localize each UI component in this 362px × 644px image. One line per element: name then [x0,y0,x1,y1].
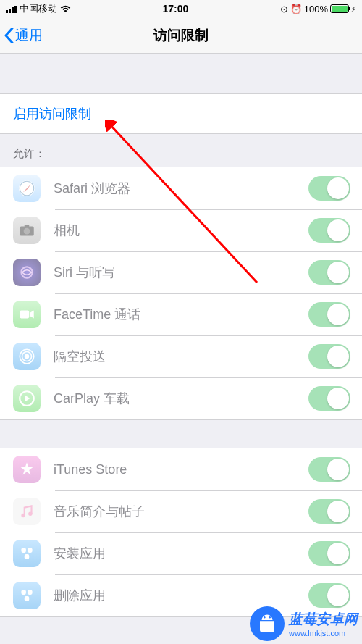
list-item-label: iTunes Store [54,462,308,477]
status-left: 中国移动 [6,2,71,15]
svg-rect-6 [25,225,30,227]
list-item-carplay: CarPlay 车载 [0,377,362,419]
switch-itunes[interactable] [308,457,350,482]
watermark: 蓝莓安卓网 www.lmkjst.com [250,606,362,641]
orientation-lock-icon: ⊙ [280,4,288,14]
watermark-icon [250,606,285,641]
svg-point-7 [21,267,32,277]
itunes-icon [13,456,41,483]
switch-carplay[interactable] [308,386,350,411]
watermark-url: www.lmkjst.com [289,629,358,637]
enable-restrictions-link[interactable]: 启用访问限制 [13,106,91,121]
svg-point-21 [264,616,266,619]
switch-safari[interactable] [308,176,350,201]
list-item-label: 隔空投送 [54,348,308,365]
back-label: 通用 [15,26,43,45]
watermark-title: 蓝莓安卓网 [289,610,358,629]
list-item-label: Siri 与听写 [54,264,308,281]
section-header-allow: 允许： [0,134,362,167]
switch-install[interactable] [308,541,350,566]
list-item-camera: 相机 [0,209,362,251]
switch-facetime[interactable] [308,302,350,327]
back-button[interactable]: 通用 [0,26,43,45]
alarm-icon: ⏰ [290,4,302,14]
list-item-siri: Siri 与听写 [0,251,362,293]
chevron-left-icon [4,28,14,43]
list-item-music: 音乐简介与帖子 [0,490,362,532]
install-app-icon [13,540,41,567]
music-icon [13,498,41,525]
carrier-label: 中国移动 [20,2,57,15]
svg-rect-19 [28,590,33,595]
siri-icon [13,259,41,286]
switch-music[interactable] [308,499,350,524]
switch-camera[interactable] [308,218,350,243]
svg-point-14 [28,512,32,516]
list-item-label: 删除应用 [54,587,308,604]
svg-rect-15 [21,548,26,553]
battery-percent: 100% [304,4,328,14]
switch-delete[interactable] [308,583,350,608]
safari-icon [13,175,41,202]
section-gap [0,420,362,448]
battery-icon [330,4,349,13]
svg-rect-8 [20,311,29,319]
list-item-label: 安装应用 [54,545,308,562]
list-item-label: CarPlay 车载 [54,390,308,407]
status-bar: 中国移动 17:00 ⊙ ⏰ 100% ⚡︎ [0,0,362,17]
delete-app-icon [13,582,41,609]
svg-rect-20 [25,596,30,601]
svg-rect-16 [28,548,33,553]
spacer [0,54,362,93]
store-list: iTunes Store 音乐简介与帖子 安装应用 删除应用 [0,448,362,617]
list-item-itunes: iTunes Store [0,448,362,490]
list-item-safari: Safari 浏览器 [0,167,362,209]
switch-siri[interactable] [308,260,350,285]
switch-airdrop[interactable] [308,344,350,369]
list-item-install: 安装应用 [0,532,362,574]
wifi-icon [60,5,71,13]
list-item-label: FaceTime 通话 [54,306,308,323]
svg-rect-18 [21,590,26,595]
list-item-label: 音乐简介与帖子 [54,503,308,520]
svg-point-9 [25,354,30,359]
svg-rect-17 [25,554,30,559]
status-time: 17:00 [162,3,188,14]
svg-point-22 [269,616,272,619]
list-item-label: Safari 浏览器 [54,180,308,197]
list-item-facetime: FaceTime 通话 [0,293,362,335]
enable-restrictions-row[interactable]: 启用访问限制 [0,93,362,134]
nav-bar: 通用 访问限制 [0,17,362,54]
facetime-icon [13,301,41,328]
signal-icon [6,5,17,13]
list-item-label: 相机 [54,222,308,239]
page-title: 访问限制 [153,26,209,45]
camera-icon [13,217,41,244]
svg-point-5 [24,228,30,235]
svg-point-13 [21,514,25,517]
status-right: ⊙ ⏰ 100% ⚡︎ [280,4,356,14]
watermark-text: 蓝莓安卓网 www.lmkjst.com [289,610,358,637]
airdrop-icon [13,343,41,370]
list-item-airdrop: 隔空投送 [0,335,362,377]
charging-icon: ⚡︎ [351,5,356,13]
allow-list: Safari 浏览器 相机 Siri 与听写 FaceTime 通话 隔空投送 … [0,167,362,420]
carplay-icon [13,385,41,412]
